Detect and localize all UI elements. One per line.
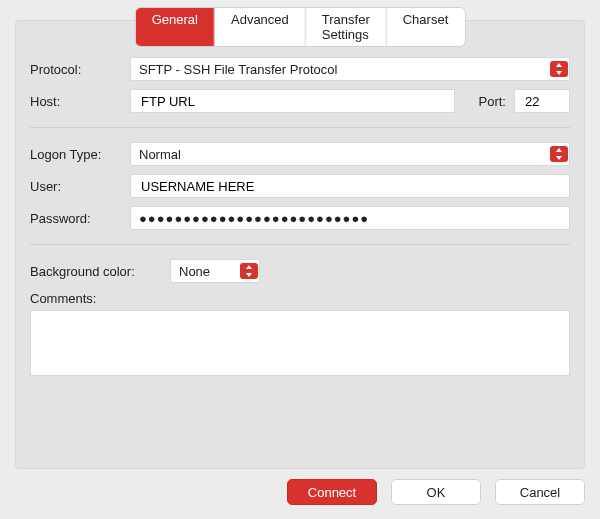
updown-icon bbox=[550, 61, 568, 77]
bgcolor-label: Background color: bbox=[30, 264, 170, 279]
port-input[interactable] bbox=[523, 93, 561, 110]
bgcolor-select[interactable]: None bbox=[170, 259, 260, 283]
ok-button[interactable]: OK bbox=[391, 479, 481, 505]
cancel-button[interactable]: Cancel bbox=[495, 479, 585, 505]
host-label: Host: bbox=[30, 94, 130, 109]
tab-transfer[interactable]: Transfer Settings bbox=[306, 8, 387, 46]
user-label: User: bbox=[30, 179, 130, 194]
user-input[interactable] bbox=[139, 178, 561, 195]
logon-type-label: Logon Type: bbox=[30, 147, 130, 162]
settings-panel: General Advanced Transfer Settings Chars… bbox=[15, 20, 585, 469]
password-field[interactable]: ●●●●●●●●●●●●●●●●●●●●●●●●●● bbox=[130, 206, 570, 230]
logon-type-select[interactable]: Normal bbox=[130, 142, 570, 166]
host-field[interactable] bbox=[130, 89, 455, 113]
updown-icon bbox=[240, 263, 258, 279]
tab-charset[interactable]: Charset bbox=[387, 8, 465, 46]
host-input[interactable] bbox=[139, 93, 446, 110]
updown-icon bbox=[550, 146, 568, 162]
footer-buttons: Connect OK Cancel bbox=[287, 479, 585, 505]
port-label: Port: bbox=[479, 94, 506, 109]
logon-type-value: Normal bbox=[139, 147, 549, 162]
tab-general[interactable]: General bbox=[136, 8, 215, 46]
protocol-label: Protocol: bbox=[30, 62, 130, 77]
protocol-select[interactable]: SFTP - SSH File Transfer Protocol bbox=[130, 57, 570, 81]
password-label: Password: bbox=[30, 211, 130, 226]
tab-advanced[interactable]: Advanced bbox=[215, 8, 306, 46]
comments-label: Comments: bbox=[30, 291, 570, 306]
comments-field[interactable] bbox=[30, 310, 570, 376]
tabbar: General Advanced Transfer Settings Chars… bbox=[136, 8, 465, 46]
connect-button[interactable]: Connect bbox=[287, 479, 377, 505]
protocol-value: SFTP - SSH File Transfer Protocol bbox=[139, 62, 549, 77]
separator bbox=[30, 244, 570, 245]
bgcolor-value: None bbox=[179, 264, 239, 279]
password-value: ●●●●●●●●●●●●●●●●●●●●●●●●●● bbox=[139, 211, 369, 226]
user-field[interactable] bbox=[130, 174, 570, 198]
port-field[interactable] bbox=[514, 89, 570, 113]
separator bbox=[30, 127, 570, 128]
